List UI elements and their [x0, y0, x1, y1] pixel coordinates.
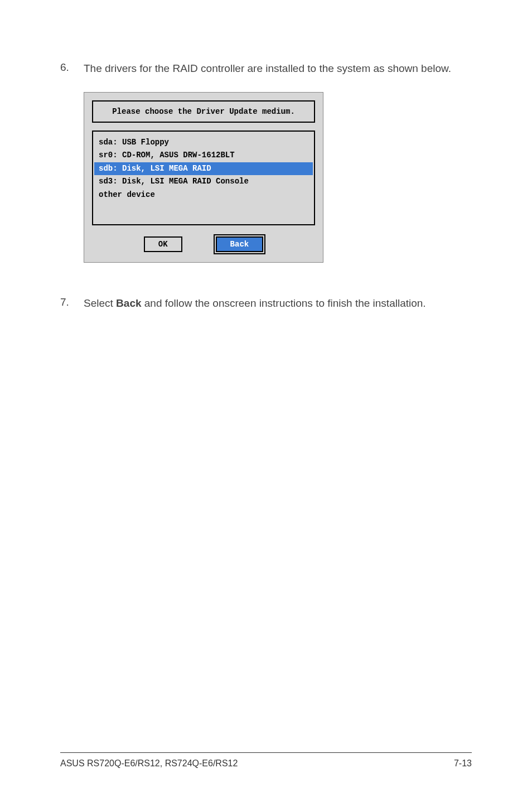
step-7: 7. Select Back and follow the onscreen i…: [60, 296, 472, 311]
step-7-suffix: and follow the onscreen instructions to …: [142, 297, 426, 309]
driver-dialog: Please choose the Driver Update medium. …: [84, 92, 323, 263]
back-button[interactable]: Back: [216, 236, 264, 252]
list-item-other[interactable]: other device: [93, 189, 314, 202]
step-7-text: Select Back and follow the onscreen inst…: [84, 296, 426, 311]
step-6-number: 6.: [60, 61, 84, 76]
footer-left: ASUS RS720Q-E6/RS12, RS724Q-E6/RS12: [60, 758, 238, 769]
step-7-bold: Back: [116, 297, 141, 309]
step-6: 6. The drivers for the RAID controller a…: [60, 61, 472, 76]
driver-dialog-screenshot: Please choose the Driver Update medium. …: [84, 92, 472, 263]
page-footer: ASUS RS720Q-E6/RS12, RS724Q-E6/RS12 7-13: [60, 752, 472, 769]
list-item-sd3[interactable]: sd3: Disk, LSI MEGA RAID Console: [93, 175, 314, 189]
step-6-text: The drivers for the RAID controller are …: [84, 61, 451, 76]
step-7-number: 7.: [60, 296, 84, 311]
list-item-sdb-selected[interactable]: sdb: Disk, LSI MEGA RAID: [94, 162, 313, 176]
list-item-sr0[interactable]: sr0: CD-ROM, ASUS DRW-1612BLT: [93, 149, 314, 162]
list-item-sda[interactable]: sda: USB Floppy: [93, 136, 314, 149]
dialog-button-row: OK Back: [92, 236, 315, 252]
step-7-prefix: Select: [84, 297, 116, 309]
ok-button[interactable]: OK: [144, 236, 182, 252]
dialog-list: sda: USB Floppy sr0: CD-ROM, ASUS DRW-16…: [92, 131, 315, 225]
footer-right: 7-13: [454, 758, 472, 769]
dialog-title: Please choose the Driver Update medium.: [92, 100, 315, 123]
